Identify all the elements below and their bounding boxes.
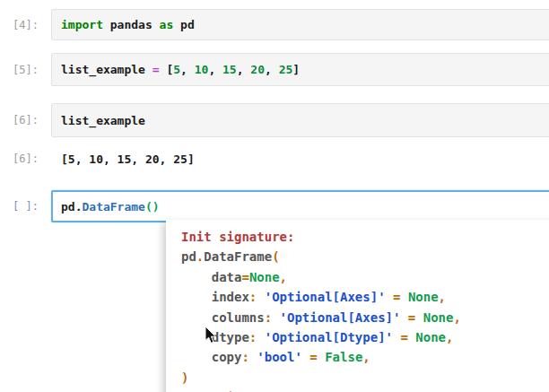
- code-token: DataFrame: [204, 249, 272, 264]
- code-token: ,: [265, 63, 279, 76]
- code-token: ,: [180, 63, 195, 76]
- code-token: =: [393, 330, 415, 344]
- code-token: pd: [173, 18, 194, 31]
- code-token: copy: [181, 350, 241, 364]
- code-token: 'Optional[Axes]': [280, 310, 401, 325]
- code-token: =: [302, 350, 325, 364]
- code-token: ,: [453, 310, 460, 325]
- code-cell: [6]: list_example: [0, 103, 549, 137]
- signature-tooltip: Init signature:pd.DataFrame( data=None, …: [166, 220, 549, 392]
- active-code-cell: [ ]: pd.DataFrame(): [0, 190, 549, 222]
- output-text: [5, 10, 15, 20, 25]: [51, 149, 549, 169]
- code-editor[interactable]: list_example = [5, 10, 15, 20, 25]: [51, 53, 549, 86]
- code-token: columns: [181, 310, 265, 325]
- code-token: =: [400, 310, 423, 325]
- active-code-editor[interactable]: pd.DataFrame(): [51, 190, 549, 222]
- output-prompt: [6]:: [0, 149, 39, 169]
- output-cell: [6]: [5, 10, 15, 20, 25]: [0, 149, 549, 169]
- code-token: =: [152, 63, 160, 76]
- code-token: False: [325, 350, 362, 364]
- code-token: None: [249, 270, 280, 284]
- tooltip-line: dtype: 'Optional[Dtype]' = None,: [181, 327, 549, 347]
- code-token: 25: [279, 63, 293, 76]
- code-token: ,: [208, 63, 222, 76]
- code-token: 20: [250, 63, 265, 76]
- tooltip-line: ): [181, 368, 549, 388]
- code-token: pd: [181, 249, 196, 264]
- execution-count-prompt: [5]:: [0, 53, 39, 86]
- code-token: pandas: [103, 18, 160, 31]
- code-token: as: [160, 18, 174, 31]
- code-token: dtype: [181, 330, 249, 344]
- code-token: :: [249, 290, 265, 304]
- code-token: 'Optional[Axes]': [265, 290, 386, 304]
- code-token: [: [160, 63, 174, 76]
- tooltip-line: copy: 'bool' = False,: [181, 347, 549, 367]
- code-token: 5: [173, 63, 180, 76]
- code-token: ): [181, 370, 188, 385]
- code-token: :: [265, 310, 280, 325]
- code-token: :: [249, 330, 265, 344]
- code-cell: [4]: import pandas as pd: [0, 9, 549, 40]
- code-token: DataFrame: [82, 200, 144, 213]
- code-token: ]: [292, 63, 300, 76]
- code-token: =: [386, 290, 408, 304]
- code-token: ,: [446, 330, 453, 344]
- code-token: data: [181, 270, 241, 284]
- tooltip-line: Docstring:: [181, 388, 549, 392]
- active-execution-prompt: [ ]:: [0, 190, 39, 222]
- code-token: 'Optional[Dtype]': [265, 330, 393, 344]
- code-token: =: [241, 270, 248, 284]
- code-cell: [5]: list_example = [5, 10, 15, 20, 25]: [0, 53, 549, 86]
- tooltip-line: pd.DataFrame(: [181, 247, 549, 266]
- code-token: None: [415, 330, 446, 344]
- tooltip-line: index: 'Optional[Axes]' = None,: [181, 287, 549, 307]
- code-token: 15: [222, 63, 237, 76]
- code-token: (: [272, 249, 279, 264]
- code-token: ,: [362, 350, 370, 364]
- tooltip-line: data=None,: [181, 267, 549, 287]
- code-token: pd.: [61, 200, 82, 213]
- tooltip-line: Init signature:: [181, 227, 549, 247]
- tooltip-line: columns: 'Optional[Axes]' = None,: [181, 308, 549, 327]
- code-token: None: [423, 310, 454, 325]
- execution-count-prompt: [6]:: [0, 103, 39, 137]
- code-token: ,: [439, 290, 446, 304]
- code-token: :: [241, 350, 257, 364]
- code-token: list_example: [61, 114, 145, 127]
- execution-count-prompt: [4]:: [0, 9, 39, 40]
- code-token: 10: [195, 63, 209, 76]
- code-token: Init signature:: [181, 230, 294, 244]
- code-token: (): [145, 200, 160, 213]
- code-token: index: [181, 290, 249, 304]
- code-token: None: [408, 290, 439, 304]
- code-editor[interactable]: list_example: [51, 103, 549, 137]
- code-token: import: [61, 18, 103, 31]
- code-editor[interactable]: import pandas as pd: [51, 9, 549, 40]
- code-token: list_example: [61, 63, 152, 76]
- jupyter-notebook-view: [4]: import pandas as pd [5]: list_examp…: [0, 0, 549, 392]
- code-token: 'bool': [257, 350, 302, 364]
- code-token: ,: [280, 270, 287, 284]
- code-token: ,: [237, 63, 251, 76]
